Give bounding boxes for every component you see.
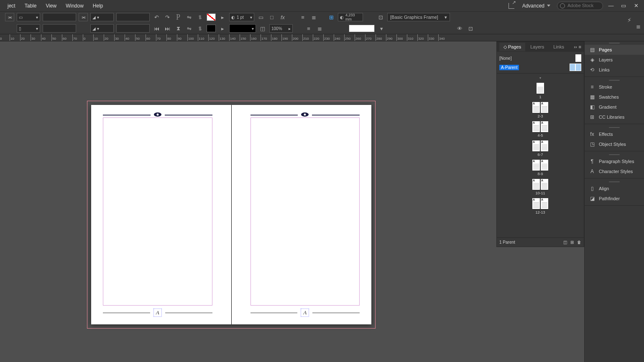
master-a-parent[interactable]: A-Parent [499, 63, 581, 72]
menu-help[interactable]: Help [89, 1, 107, 10]
page-thumb[interactable]: 2-3 [532, 102, 549, 118]
ruler-tick: 260 [355, 34, 365, 41]
right-page[interactable]: A [232, 105, 372, 324]
new-page-icon[interactable]: ⊞ [570, 240, 574, 245]
collapse-icon[interactable]: ›› [574, 44, 577, 49]
dock-item-character-styles[interactable]: ACharacter Styles [585, 166, 644, 176]
gap-field[interactable]: ◐4,233 mm [338, 13, 363, 21]
color-preset[interactable] [349, 25, 375, 32]
dock-item-links[interactable]: ⟲Links [585, 65, 644, 75]
align3-icon[interactable]: ≣ [315, 24, 324, 33]
page-thumb[interactable]: 8-9 [532, 159, 549, 176]
w-dropdown[interactable] [43, 13, 76, 21]
stroke-arrow-icon[interactable]: ▸ [218, 24, 227, 33]
spread[interactable]: A A [91, 105, 371, 324]
chain-icon[interactable]: ⊡ [466, 24, 475, 33]
close-button[interactable]: ✕ [631, 2, 641, 10]
ruler-tick: 30 [114, 34, 125, 41]
stroke-swatch[interactable] [207, 25, 216, 32]
dock-handle[interactable] [585, 41, 644, 45]
link2-icon[interactable]: ⫘ [79, 13, 88, 21]
menu-view[interactable]: View [41, 1, 61, 10]
flip-v2-icon[interactable]: ⥮ [196, 24, 204, 33]
stock-search[interactable]: Adobe Stock [557, 2, 603, 10]
page-number-marker[interactable]: A [153, 308, 162, 317]
step-fwd-icon[interactable]: ⏭ [163, 24, 171, 33]
preset-arrow-icon[interactable]: ▾ [377, 24, 386, 33]
scale-h-dropdown[interactable] [116, 24, 150, 33]
align2-icon[interactable]: ≡ [304, 24, 313, 33]
horizontal-ruler[interactable]: 0102030405060700102030405060708090100110… [0, 34, 644, 41]
dock-item-stroke[interactable]: ≡Stroke [585, 82, 644, 92]
dock-item-align[interactable]: ▯Align [585, 184, 644, 194]
menu-object[interactable]: ject [3, 1, 20, 10]
dock-item-cc-libraries[interactable]: ⊞CC Libraries [585, 112, 644, 122]
dock-item-swatches[interactable]: ▦Swatches [585, 92, 644, 102]
dock-item-pathfinder[interactable]: ◪Pathfinder [585, 194, 644, 204]
crop-icon[interactable]: ⊡ [376, 13, 385, 21]
workspace-switcher[interactable]: Advanced [519, 1, 554, 10]
dock-handle[interactable] [585, 180, 644, 184]
object-style-dropdown[interactable]: [Basic Graphics Frame]▾ [387, 13, 450, 21]
maximize-button[interactable]: ▭ [619, 2, 628, 10]
opacity-icon[interactable]: ◫ [258, 24, 267, 33]
fill-swatch[interactable] [207, 13, 216, 21]
delete-page-icon[interactable]: 🗑 [577, 240, 581, 245]
page-size-icon[interactable]: ◫ [563, 240, 567, 245]
stroke-style-dropdown[interactable]: ▾ [229, 24, 256, 33]
align-center-icon[interactable]: ≣ [309, 13, 318, 21]
frame-icon[interactable]: ▭ [257, 13, 265, 21]
tab-links[interactable]: Links [549, 43, 568, 51]
dock-item-pages[interactable]: ▤Pages [585, 45, 644, 55]
distribute-icon[interactable]: ⊞ [327, 13, 335, 21]
left-page[interactable]: A [91, 105, 232, 324]
timer-icon[interactable]: ⧗ [174, 24, 182, 33]
menu-table[interactable]: Table [20, 1, 41, 10]
page-thumb[interactable]: 12-13 [532, 198, 549, 214]
scale-x-dropdown[interactable]: ◢ ▾ [90, 13, 114, 21]
page-thumbnails[interactable]: ▾12-34-56-78-910-1112-13 [497, 74, 584, 237]
rotate-ccw-icon[interactable]: ↶ [152, 13, 161, 21]
zoom-field[interactable]: 100%▸ [269, 24, 293, 33]
step-back-icon[interactable]: ⏮ [152, 24, 161, 33]
p-icon[interactable]: P [174, 13, 182, 21]
page-thumb[interactable]: 4-5 [532, 121, 549, 138]
master-none[interactable]: [None] [499, 54, 581, 63]
scale-y-dropdown[interactable]: ◢ ▾ [90, 24, 114, 33]
dock-item-gradient[interactable]: ◧Gradient [585, 102, 644, 112]
panel-menu-icon[interactable]: ≣ [636, 23, 641, 30]
h-dropdown[interactable] [43, 24, 76, 33]
flip-h2-icon[interactable]: ⇋ [185, 24, 193, 33]
eye-sm-icon[interactable]: 👁 [455, 24, 464, 33]
y-dropdown[interactable]: ▯ ▾ [17, 24, 40, 33]
fill-arrow-icon[interactable]: ▸ [218, 13, 227, 21]
dock-item-paragraph-styles[interactable]: ¶Paragraph Styles [585, 156, 644, 166]
rotate-cw-icon[interactable]: ↷ [163, 13, 171, 21]
dock-item-layers[interactable]: ◈Layers [585, 55, 644, 65]
dock-handle[interactable] [585, 79, 644, 82]
minimize-button[interactable]: — [606, 2, 616, 10]
page-thumb[interactable]: 6-7 [532, 140, 549, 157]
align-left-icon[interactable]: ≡ [299, 13, 307, 21]
frame2-icon[interactable]: □ [268, 13, 276, 21]
share-icon[interactable] [507, 2, 516, 10]
scale-w-dropdown[interactable] [116, 13, 150, 21]
flip-h-icon[interactable]: ⇋ [185, 13, 193, 21]
dock-item-effects[interactable]: fxEffects [585, 129, 644, 139]
x-dropdown[interactable]: ▭ ▾ [17, 13, 40, 21]
link-icon[interactable]: ⫘ [5, 13, 14, 21]
dock-item-object-styles[interactable]: ◳Object Styles [585, 139, 644, 149]
tab-pages[interactable]: ◇ Pages [499, 43, 525, 51]
stroke-weight-field[interactable]: ◐1 pt▾ [229, 13, 254, 21]
page-thumb[interactable]: 1 [536, 82, 544, 99]
menu-window[interactable]: Window [61, 1, 88, 10]
flip-v-icon[interactable]: ⥮ [196, 13, 204, 21]
gpu-icon[interactable]: ⚡︎ [627, 17, 631, 23]
fx-icon[interactable]: fx [279, 13, 287, 21]
dock-handle[interactable] [585, 126, 644, 129]
page-number-marker[interactable]: A [301, 308, 309, 317]
tab-layers[interactable]: Layers [526, 43, 548, 51]
panel-menu-icon[interactable]: ≡ [579, 44, 581, 49]
dock-handle[interactable] [585, 153, 644, 156]
page-thumb[interactable]: 10-11 [532, 178, 549, 195]
